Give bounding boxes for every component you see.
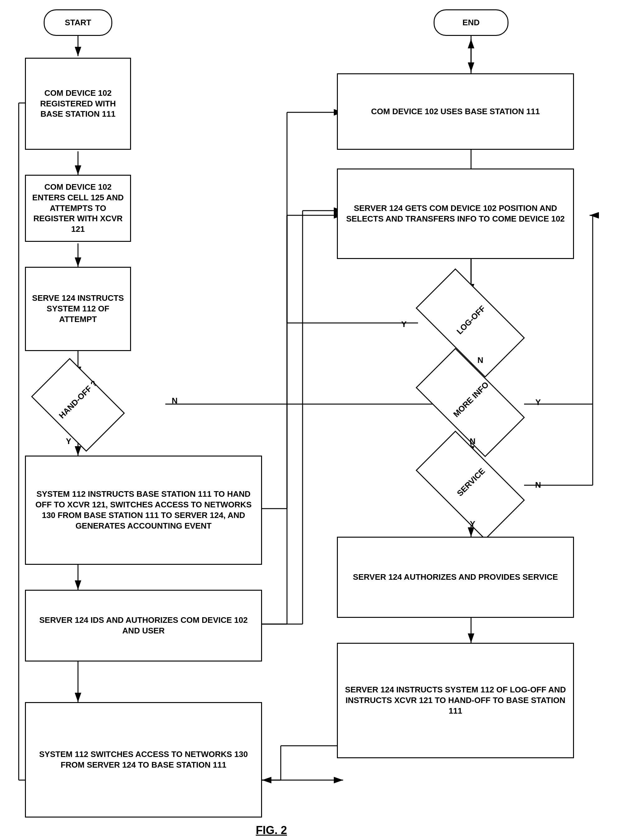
logoff-diamond-container: LOG-OFF: [412, 293, 530, 353]
end-label: END: [463, 17, 480, 28]
figure-label: FIG. 2: [256, 824, 287, 837]
box7-label: COM DEVICE 102 USES BASE STATION 111: [371, 106, 540, 117]
logoff-n-label: N: [474, 354, 487, 366]
box6-node: SYSTEM 112 SWITCHES ACCESS TO NETWORKS 1…: [25, 702, 262, 818]
handoff-y-label: Y: [62, 435, 75, 448]
service-y-label: Y: [465, 518, 481, 531]
box1-label: COM DEVICE 102 REGISTERED WITH BASE STAT…: [31, 88, 125, 120]
box4-node: SYSTEM 112 INSTRUCTS BASE STATION 111 TO…: [25, 456, 262, 565]
box6-label: SYSTEM 112 SWITCHES ACCESS TO NETWORKS 1…: [31, 749, 257, 771]
box8-label: SERVER 124 GETS COM DEVICE 102 POSITION …: [342, 203, 568, 224]
box8-node: SERVER 124 GETS COM DEVICE 102 POSITION …: [337, 169, 574, 259]
box3-label: SERVE 124 INSTRUCTS SYSTEM 112 OF ATTEMP…: [31, 293, 125, 325]
end-node: END: [433, 9, 509, 36]
moreinfo-y-label: Y: [530, 396, 546, 409]
handoff-n-label: N: [169, 395, 181, 407]
box9-node: SERVER 124 AUTHORIZES AND PROVIDES SERVI…: [337, 537, 574, 618]
box2-node: COM DEVICE 102 ENTERS CELL 125 AND ATTEM…: [25, 175, 131, 242]
box1-node: COM DEVICE 102 REGISTERED WITH BASE STAT…: [25, 58, 131, 150]
box10-node: SERVER 124 INSTRUCTS SYSTEM 112 OF LOG-O…: [337, 643, 574, 758]
service-n-label: N: [530, 479, 546, 491]
start-label: START: [65, 17, 91, 28]
logoff-y-label: Y: [396, 318, 412, 331]
box5-node: SERVER 124 IDS AND AUTHORIZES COM DEVICE…: [25, 590, 262, 662]
handoff-diamond-container: HAND-OFF ?: [33, 376, 123, 434]
service-diamond-container: SERVICE: [412, 456, 530, 516]
moreinfo-diamond-container: MORE INFO: [412, 373, 530, 434]
box5-label: SERVER 124 IDS AND AUTHORIZES COM DEVICE…: [31, 615, 257, 636]
box3-node: SERVE 124 INSTRUCTS SYSTEM 112 OF ATTEMP…: [25, 267, 131, 351]
box2-label: COM DEVICE 102 ENTERS CELL 125 AND ATTEM…: [31, 182, 125, 235]
fig-label-text: FIG. 2: [256, 824, 287, 837]
box4-label: SYSTEM 112 INSTRUCTS BASE STATION 111 TO…: [31, 489, 257, 531]
start-node: START: [44, 9, 112, 36]
flowchart-diagram: START END COM DEVICE 102 REGISTERED WITH…: [0, 0, 632, 840]
box10-label: SERVER 124 INSTRUCTS SYSTEM 112 OF LOG-O…: [342, 685, 568, 716]
box7-node: COM DEVICE 102 USES BASE STATION 111: [337, 73, 574, 150]
box9-label: SERVER 124 AUTHORIZES AND PROVIDES SERVI…: [353, 572, 558, 583]
